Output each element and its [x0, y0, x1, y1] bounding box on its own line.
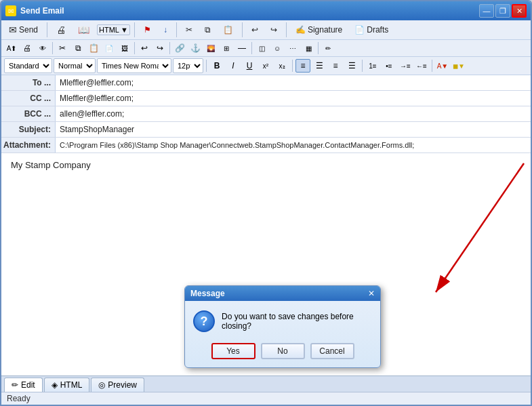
print-button[interactable]: 🖨: [52, 22, 70, 37]
cut-button[interactable]: ✂: [181, 23, 197, 37]
tab-html[interactable]: ◈ HTML: [44, 378, 90, 392]
fmt-table[interactable]: ⊞: [219, 41, 234, 55]
subject-label: Subject:: [1, 122, 56, 137]
attachment-value[interactable]: C:\Program Files (x86)\Stamp Shop Manage…: [56, 140, 531, 150]
fmt-undo[interactable]: ↩: [137, 41, 152, 55]
fmt-paste2[interactable]: 📄: [102, 41, 117, 55]
signature-button[interactable]: ✍ Signature: [291, 23, 347, 37]
fmt-sep-8: [362, 60, 363, 72]
paste-button[interactable]: 📋: [218, 23, 238, 37]
fmt-icon-3[interactable]: 👁: [35, 41, 50, 55]
fmt-image[interactable]: 🌄: [203, 41, 218, 55]
anchor-icon: ⚓: [190, 43, 201, 53]
send-button[interactable]: ✉ Send: [4, 22, 43, 37]
ul-icon: •≡: [386, 62, 392, 70]
fmt-redo[interactable]: ↪: [152, 41, 167, 55]
fmt-special2[interactable]: ☺: [270, 41, 285, 55]
format-dropdown[interactable]: HTML ▼: [97, 24, 130, 35]
dialog-body: ? Do you want to save changes before clo…: [185, 301, 380, 339]
undo-icon: ↩: [251, 25, 258, 35]
window-title: Send Email: [20, 6, 64, 16]
align-left-button[interactable]: ≡: [295, 59, 310, 73]
paragraph-select[interactable]: Normal: [54, 58, 96, 73]
fmt-special1[interactable]: ◫: [254, 41, 269, 55]
to-row: To ... Mleffler@leffler.com;: [1, 75, 531, 91]
fmt-link[interactable]: 🔗: [172, 41, 187, 55]
toolbar-separator-2: [134, 22, 135, 37]
flag-button[interactable]: ⚑: [139, 23, 156, 37]
fmt-sep-4: [251, 42, 252, 54]
indent-icon: →≡: [400, 62, 411, 70]
html-tab-label: HTML: [60, 380, 83, 390]
fmt-source[interactable]: ✏: [321, 41, 335, 55]
ol-button[interactable]: 1≡: [365, 59, 380, 73]
copy-button[interactable]: ⧉: [200, 23, 216, 37]
undo-button[interactable]: ↩: [247, 23, 263, 37]
drafts-button[interactable]: 📄 Drafts: [350, 23, 393, 37]
superscript-button[interactable]: x²: [258, 59, 273, 73]
dialog-close-button[interactable]: ✕: [368, 289, 375, 298]
close-button[interactable]: ✕: [512, 4, 527, 18]
cc-row: CC ... Mleffler@leffler.com;: [1, 91, 531, 106]
signature-icon: ✍: [295, 25, 306, 35]
fmt-hr[interactable]: —: [234, 41, 249, 55]
restore-button[interactable]: ❐: [495, 4, 510, 18]
paste-icon: 📋: [223, 25, 233, 35]
font-color-icon: A▼: [437, 62, 449, 70]
cc-value[interactable]: Mleffler@leffler.com;: [56, 92, 531, 104]
bold-button[interactable]: B: [209, 59, 224, 73]
fmt-icon-1[interactable]: A⬆: [4, 41, 19, 55]
bcc-value[interactable]: allen@leffler.com;: [56, 108, 531, 120]
redo-icon: ↪: [270, 25, 277, 35]
dialog-buttons: Yes No Cancel: [185, 339, 380, 367]
italic-button[interactable]: I: [226, 59, 241, 73]
dialog-message: Do you want to save changes before closi…: [222, 312, 372, 331]
cancel-button[interactable]: Cancel: [310, 343, 354, 359]
ul-button[interactable]: •≡: [382, 59, 396, 73]
arrow-down-button[interactable]: ↓: [159, 23, 172, 37]
align-right-button[interactable]: ≡: [328, 59, 343, 73]
tab-preview[interactable]: ◎ Preview: [91, 378, 144, 392]
font-color-button[interactable]: A▼: [435, 59, 450, 73]
minimize-button[interactable]: —: [479, 4, 494, 18]
to-label[interactable]: To ...: [1, 75, 56, 90]
special-icon-1: ◫: [259, 45, 265, 52]
size-select[interactable]: 12pt: [173, 58, 203, 73]
fmt-img-btn[interactable]: 🖼: [117, 41, 132, 55]
align-right-icon: ≡: [333, 61, 337, 70]
highlight-button[interactable]: ◼▼: [451, 59, 466, 73]
underline-button[interactable]: U: [242, 59, 257, 73]
outdent-button[interactable]: ←≡: [414, 59, 429, 73]
fmt-cut[interactable]: ✂: [55, 41, 70, 55]
fmt-special4[interactable]: ▦: [301, 41, 316, 55]
no-button[interactable]: No: [261, 343, 305, 359]
indent-button[interactable]: →≡: [398, 59, 413, 73]
redo-button[interactable]: ↪: [266, 23, 282, 37]
style-select[interactable]: Standard: [4, 58, 52, 73]
tab-edit[interactable]: ✏ Edit: [4, 378, 43, 392]
yes-button[interactable]: Yes: [211, 343, 255, 359]
copy-icon-2: ⧉: [75, 43, 81, 53]
fmt-sep-7: [292, 60, 293, 72]
fmt-paste-icon[interactable]: 📋: [86, 41, 101, 55]
subscript-button[interactable]: x₂: [274, 59, 289, 73]
undo-icon-2: ↩: [141, 43, 148, 53]
cc-label[interactable]: CC ...: [1, 91, 56, 106]
font-select[interactable]: Times New Roman: [97, 58, 171, 73]
email-content-area[interactable]: My Stamp Company Message ✕ ? Do you want…: [1, 153, 531, 375]
justify-button[interactable]: ☰: [344, 59, 359, 73]
fmt-anchor[interactable]: ⚓: [188, 41, 203, 55]
to-value[interactable]: Mleffler@leffler.com;: [56, 77, 531, 89]
align-center-button[interactable]: ☰: [312, 59, 327, 73]
dialog-question-icon: ?: [193, 310, 215, 332]
link-icon: 🔗: [175, 43, 185, 53]
fmt-special3[interactable]: ⋯: [285, 41, 300, 55]
bcc-label[interactable]: BCC ...: [1, 106, 56, 121]
dialog-title-bar: Message ✕: [185, 286, 380, 301]
subject-value[interactable]: StampShopManager: [56, 123, 531, 136]
fmt-icon-2[interactable]: 🖨: [20, 41, 35, 55]
fmt-copy[interactable]: ⧉: [70, 41, 85, 55]
image-icon: 🖼: [121, 45, 128, 52]
email-body-text: My Stamp Company: [11, 160, 521, 170]
address-book-button[interactable]: 📖: [73, 22, 94, 37]
